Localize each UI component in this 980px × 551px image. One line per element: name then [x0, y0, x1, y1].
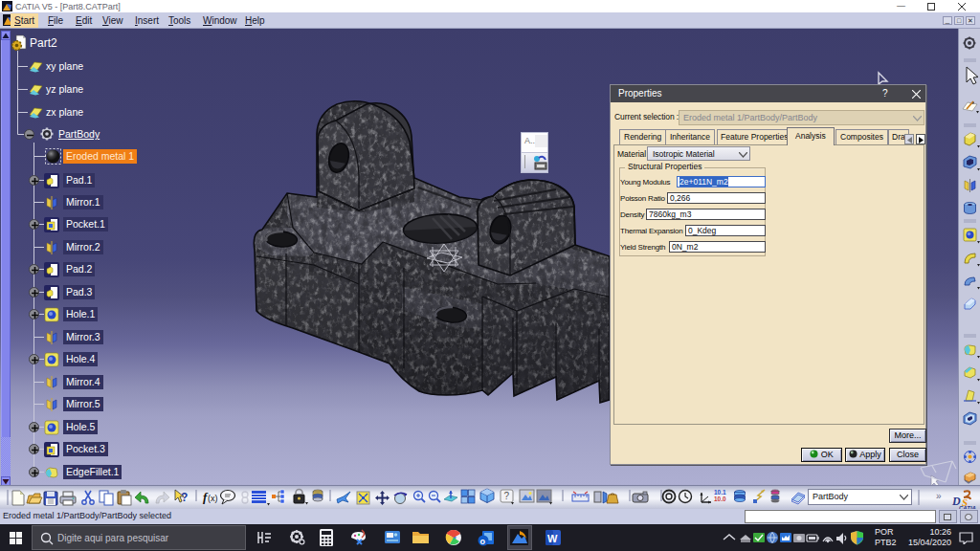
svg-text:?: ?	[181, 491, 188, 504]
svg-text:o: o	[480, 537, 486, 546]
svg-text:?: ?	[504, 491, 510, 501]
svg-text:10.1: 10.1	[714, 489, 726, 496]
svg-text:10.0: 10.0	[714, 496, 726, 502]
svg-text:(x): (x)	[208, 494, 218, 503]
svg-text:W: W	[547, 533, 558, 544]
